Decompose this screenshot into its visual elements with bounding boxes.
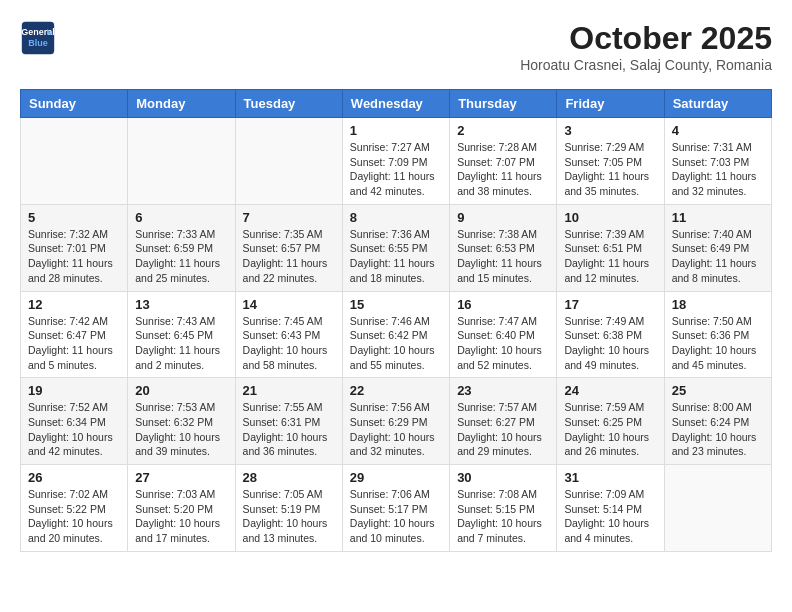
calendar-cell: 30Sunrise: 7:08 AM Sunset: 5:15 PM Dayli… [450, 465, 557, 552]
calendar-week-1: 1Sunrise: 7:27 AM Sunset: 7:09 PM Daylig… [21, 118, 772, 205]
calendar-week-4: 19Sunrise: 7:52 AM Sunset: 6:34 PM Dayli… [21, 378, 772, 465]
day-number: 9 [457, 210, 549, 225]
day-number: 26 [28, 470, 120, 485]
calendar-cell: 17Sunrise: 7:49 AM Sunset: 6:38 PM Dayli… [557, 291, 664, 378]
day-number: 27 [135, 470, 227, 485]
day-number: 2 [457, 123, 549, 138]
day-number: 3 [564, 123, 656, 138]
day-number: 7 [243, 210, 335, 225]
day-number: 12 [28, 297, 120, 312]
day-number: 19 [28, 383, 120, 398]
day-info: Sunrise: 7:45 AM Sunset: 6:43 PM Dayligh… [243, 314, 335, 373]
day-number: 5 [28, 210, 120, 225]
calendar-cell: 10Sunrise: 7:39 AM Sunset: 6:51 PM Dayli… [557, 204, 664, 291]
day-number: 18 [672, 297, 764, 312]
day-info: Sunrise: 7:09 AM Sunset: 5:14 PM Dayligh… [564, 487, 656, 546]
calendar-cell: 11Sunrise: 7:40 AM Sunset: 6:49 PM Dayli… [664, 204, 771, 291]
calendar-cell: 25Sunrise: 8:00 AM Sunset: 6:24 PM Dayli… [664, 378, 771, 465]
svg-text:Blue: Blue [28, 38, 48, 48]
calendar-cell [235, 118, 342, 205]
calendar-cell [664, 465, 771, 552]
calendar-week-5: 26Sunrise: 7:02 AM Sunset: 5:22 PM Dayli… [21, 465, 772, 552]
day-number: 31 [564, 470, 656, 485]
day-info: Sunrise: 7:57 AM Sunset: 6:27 PM Dayligh… [457, 400, 549, 459]
calendar-cell: 4Sunrise: 7:31 AM Sunset: 7:03 PM Daylig… [664, 118, 771, 205]
day-number: 4 [672, 123, 764, 138]
calendar-cell: 31Sunrise: 7:09 AM Sunset: 5:14 PM Dayli… [557, 465, 664, 552]
day-info: Sunrise: 7:32 AM Sunset: 7:01 PM Dayligh… [28, 227, 120, 286]
calendar-cell: 2Sunrise: 7:28 AM Sunset: 7:07 PM Daylig… [450, 118, 557, 205]
day-info: Sunrise: 7:56 AM Sunset: 6:29 PM Dayligh… [350, 400, 442, 459]
day-info: Sunrise: 7:39 AM Sunset: 6:51 PM Dayligh… [564, 227, 656, 286]
day-number: 1 [350, 123, 442, 138]
calendar-cell: 14Sunrise: 7:45 AM Sunset: 6:43 PM Dayli… [235, 291, 342, 378]
calendar-cell: 15Sunrise: 7:46 AM Sunset: 6:42 PM Dayli… [342, 291, 449, 378]
calendar-cell: 3Sunrise: 7:29 AM Sunset: 7:05 PM Daylig… [557, 118, 664, 205]
day-info: Sunrise: 7:53 AM Sunset: 6:32 PM Dayligh… [135, 400, 227, 459]
calendar-table: SundayMondayTuesdayWednesdayThursdayFrid… [20, 89, 772, 552]
day-number: 24 [564, 383, 656, 398]
day-info: Sunrise: 7:55 AM Sunset: 6:31 PM Dayligh… [243, 400, 335, 459]
day-number: 23 [457, 383, 549, 398]
day-number: 14 [243, 297, 335, 312]
weekday-header-row: SundayMondayTuesdayWednesdayThursdayFrid… [21, 90, 772, 118]
day-info: Sunrise: 7:02 AM Sunset: 5:22 PM Dayligh… [28, 487, 120, 546]
calendar-cell: 27Sunrise: 7:03 AM Sunset: 5:20 PM Dayli… [128, 465, 235, 552]
calendar-cell: 24Sunrise: 7:59 AM Sunset: 6:25 PM Dayli… [557, 378, 664, 465]
day-info: Sunrise: 7:50 AM Sunset: 6:36 PM Dayligh… [672, 314, 764, 373]
day-info: Sunrise: 7:33 AM Sunset: 6:59 PM Dayligh… [135, 227, 227, 286]
day-number: 21 [243, 383, 335, 398]
weekday-header-tuesday: Tuesday [235, 90, 342, 118]
day-number: 13 [135, 297, 227, 312]
day-number: 30 [457, 470, 549, 485]
day-info: Sunrise: 7:49 AM Sunset: 6:38 PM Dayligh… [564, 314, 656, 373]
day-info: Sunrise: 7:27 AM Sunset: 7:09 PM Dayligh… [350, 140, 442, 199]
day-number: 10 [564, 210, 656, 225]
page-header: General Blue October 2025 Horoatu Crasne… [20, 20, 772, 73]
calendar-cell: 12Sunrise: 7:42 AM Sunset: 6:47 PM Dayli… [21, 291, 128, 378]
day-number: 20 [135, 383, 227, 398]
day-number: 25 [672, 383, 764, 398]
calendar-cell: 6Sunrise: 7:33 AM Sunset: 6:59 PM Daylig… [128, 204, 235, 291]
day-number: 8 [350, 210, 442, 225]
weekday-header-thursday: Thursday [450, 90, 557, 118]
calendar-cell [21, 118, 128, 205]
weekday-header-sunday: Sunday [21, 90, 128, 118]
day-info: Sunrise: 8:00 AM Sunset: 6:24 PM Dayligh… [672, 400, 764, 459]
day-info: Sunrise: 7:06 AM Sunset: 5:17 PM Dayligh… [350, 487, 442, 546]
calendar-cell: 5Sunrise: 7:32 AM Sunset: 7:01 PM Daylig… [21, 204, 128, 291]
calendar-cell: 21Sunrise: 7:55 AM Sunset: 6:31 PM Dayli… [235, 378, 342, 465]
calendar-week-2: 5Sunrise: 7:32 AM Sunset: 7:01 PM Daylig… [21, 204, 772, 291]
day-info: Sunrise: 7:05 AM Sunset: 5:19 PM Dayligh… [243, 487, 335, 546]
calendar-cell: 18Sunrise: 7:50 AM Sunset: 6:36 PM Dayli… [664, 291, 771, 378]
day-number: 28 [243, 470, 335, 485]
day-number: 6 [135, 210, 227, 225]
calendar-cell: 9Sunrise: 7:38 AM Sunset: 6:53 PM Daylig… [450, 204, 557, 291]
calendar-week-3: 12Sunrise: 7:42 AM Sunset: 6:47 PM Dayli… [21, 291, 772, 378]
day-info: Sunrise: 7:42 AM Sunset: 6:47 PM Dayligh… [28, 314, 120, 373]
day-info: Sunrise: 7:59 AM Sunset: 6:25 PM Dayligh… [564, 400, 656, 459]
day-number: 17 [564, 297, 656, 312]
calendar-cell: 8Sunrise: 7:36 AM Sunset: 6:55 PM Daylig… [342, 204, 449, 291]
day-number: 11 [672, 210, 764, 225]
day-info: Sunrise: 7:03 AM Sunset: 5:20 PM Dayligh… [135, 487, 227, 546]
logo: General Blue [20, 20, 60, 56]
day-number: 22 [350, 383, 442, 398]
day-info: Sunrise: 7:43 AM Sunset: 6:45 PM Dayligh… [135, 314, 227, 373]
calendar-cell: 19Sunrise: 7:52 AM Sunset: 6:34 PM Dayli… [21, 378, 128, 465]
calendar-cell: 7Sunrise: 7:35 AM Sunset: 6:57 PM Daylig… [235, 204, 342, 291]
weekday-header-saturday: Saturday [664, 90, 771, 118]
title-section: October 2025 Horoatu Crasnei, Salaj Coun… [520, 20, 772, 73]
calendar-cell: 26Sunrise: 7:02 AM Sunset: 5:22 PM Dayli… [21, 465, 128, 552]
day-info: Sunrise: 7:36 AM Sunset: 6:55 PM Dayligh… [350, 227, 442, 286]
day-info: Sunrise: 7:47 AM Sunset: 6:40 PM Dayligh… [457, 314, 549, 373]
calendar-cell: 20Sunrise: 7:53 AM Sunset: 6:32 PM Dayli… [128, 378, 235, 465]
calendar-cell: 28Sunrise: 7:05 AM Sunset: 5:19 PM Dayli… [235, 465, 342, 552]
day-number: 29 [350, 470, 442, 485]
day-info: Sunrise: 7:46 AM Sunset: 6:42 PM Dayligh… [350, 314, 442, 373]
day-info: Sunrise: 7:35 AM Sunset: 6:57 PM Dayligh… [243, 227, 335, 286]
day-info: Sunrise: 7:40 AM Sunset: 6:49 PM Dayligh… [672, 227, 764, 286]
weekday-header-friday: Friday [557, 90, 664, 118]
calendar-cell: 22Sunrise: 7:56 AM Sunset: 6:29 PM Dayli… [342, 378, 449, 465]
calendar-cell: 16Sunrise: 7:47 AM Sunset: 6:40 PM Dayli… [450, 291, 557, 378]
